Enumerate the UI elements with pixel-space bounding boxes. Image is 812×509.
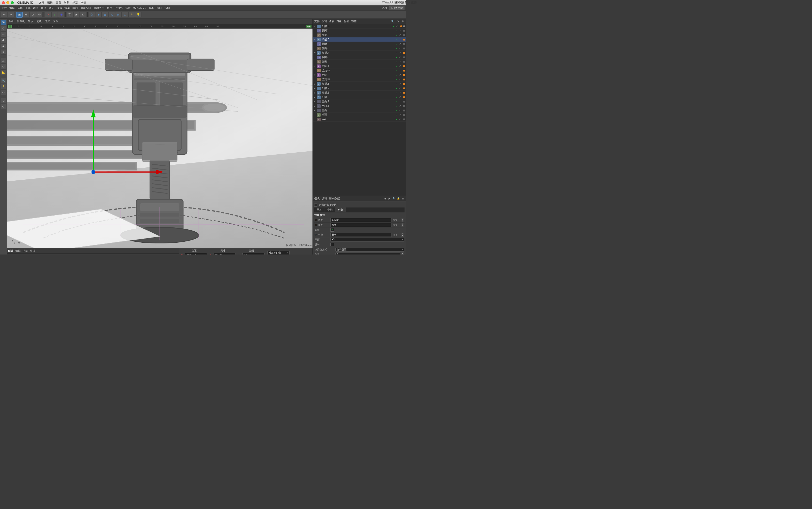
obj-item-sweep4[interactable]: ▼ S 扫描.4 ✓ ✓ (313, 51, 406, 55)
primitive-icon[interactable]: △ (1, 58, 6, 63)
vp-menu-filter[interactable]: 过滤 (44, 20, 50, 23)
obj-render-check[interactable]: ✓ (399, 113, 402, 116)
obj-item-clone1[interactable]: ▼ ✦ 克隆.1 ✓ ✓ (313, 64, 406, 68)
obj-item-sweep1[interactable]: ▶ S 扫描.1 ✓ ✓ (313, 91, 406, 95)
nurbs-icon[interactable]: ◇ (1, 64, 6, 69)
radius-value[interactable]: 380 (330, 233, 392, 237)
coord-system-dropdown[interactable]: 对象 (相对) ▾ (268, 251, 290, 255)
obj-vis-check[interactable]: ✓ (396, 91, 399, 94)
menu-tools[interactable]: 工具 (25, 6, 31, 10)
menu-file[interactable]: 文件 (39, 1, 44, 4)
om-menu-tag[interactable]: 标签 (344, 20, 349, 23)
obj-render-check[interactable]: ✓ (399, 74, 402, 76)
render-settings-icon[interactable]: ⚙ (1, 104, 6, 109)
width-down[interactable]: ▼ (401, 220, 404, 222)
menu-select[interactable]: 选择 (17, 6, 23, 10)
plane-dropdown[interactable]: XY ▾ (330, 238, 404, 242)
om-menu-object[interactable]: 对象 (337, 20, 342, 23)
height-value[interactable]: 760 (330, 223, 392, 227)
obj-vis-check[interactable]: ✓ (396, 69, 399, 72)
viewport-icon[interactable]: 👁 (1, 20, 6, 25)
cylinder-tool[interactable]: ▦ (102, 12, 108, 18)
obj-vis-check[interactable]: ✓ (396, 38, 399, 41)
obj-vis-check[interactable]: ✓ (393, 25, 396, 28)
scene-icon[interactable]: 🔧 (1, 78, 6, 83)
obj-vis-check[interactable]: ✓ (396, 29, 399, 32)
obj-render-check[interactable]: ✓ (399, 47, 402, 50)
menu-render[interactable]: 渲染 (65, 6, 70, 10)
obj-render-check[interactable]: ✓ (399, 87, 402, 90)
vp-menu-camera[interactable]: 摄像机 (17, 20, 25, 23)
props-prev-icon[interactable]: ◀ (383, 197, 387, 200)
obj-vis-check[interactable]: ✓ (396, 96, 399, 98)
obj-item-cube1[interactable]: ⬡ 立方体 ✓ ✓ (313, 68, 406, 73)
cone-tool[interactable]: △ (108, 12, 115, 18)
redo-button[interactable]: ↪ (8, 12, 14, 18)
obj-item-circle3[interactable]: ○ 圆环 ✓ ✓ (313, 55, 406, 60)
height-radio[interactable] (315, 224, 317, 226)
obj-render-check[interactable]: ✓ (399, 29, 402, 32)
vp-menu-view[interactable]: 查看 (8, 20, 14, 23)
menu-window[interactable]: 窗口 (156, 6, 162, 10)
texture-mode-icon[interactable]: ◈ (1, 43, 6, 49)
tab-object[interactable]: 对象 (336, 207, 346, 212)
obj-render-check[interactable]: ✓ (399, 69, 402, 72)
props-menu-edit[interactable]: 编辑 (322, 197, 327, 200)
obj-item-cube2[interactable]: ⬡ 立方体 ✓ ✓ (313, 77, 406, 82)
obj-item-rect3[interactable]: □ 矩形 ✓ ✓ (313, 60, 406, 64)
om-menu-file[interactable]: 文件 (314, 20, 320, 23)
menu-script[interactable]: 脚本 (149, 6, 154, 10)
axis-z-btn[interactable]: ⊕ (58, 12, 65, 18)
height-up[interactable]: ▲ (401, 223, 404, 225)
plane-tool[interactable]: □ (122, 12, 128, 18)
obj-item-rect2[interactable]: □ 矩形 ✓ ✓ (313, 46, 406, 51)
om-search-icon[interactable]: 🔍 (391, 20, 395, 23)
menu-mesh[interactable]: 网格 (33, 6, 38, 10)
polygon-mode-icon[interactable]: ⬟ (1, 37, 6, 43)
size-x-input[interactable]: 11530 mm (214, 253, 236, 255)
minimize-button[interactable] (6, 1, 9, 4)
menu-help[interactable]: 帮助 (164, 6, 170, 10)
obj-item-sweep5[interactable]: ▼ S 扫描.5 ✓ ✓ (313, 37, 406, 42)
obj-item-floor[interactable]: ⊟ 地面 ✓ ✓ (313, 113, 406, 117)
tag-icon[interactable]: 🏷 (1, 90, 6, 95)
obj-render-check[interactable]: ✓ (399, 100, 402, 103)
menu-character[interactable]: 角色 (107, 6, 112, 10)
obj-render-check[interactable]: ✓ (399, 52, 402, 54)
menu-plugins[interactable]: 插件 (125, 6, 131, 10)
width-radio[interactable] (315, 219, 317, 221)
render-settings[interactable]: ⚙ (80, 12, 86, 18)
rot-h-input[interactable]: 0 ° (242, 253, 264, 255)
obj-item-sweep2[interactable]: ▶ S 扫描.2 ✓ ✓ (313, 86, 406, 91)
props-lock-icon[interactable]: 🔒 (397, 197, 400, 200)
interp-dropdown[interactable]: 自动适应 ▾ (336, 248, 404, 251)
tab-create[interactable]: 创建 (8, 249, 13, 253)
obj-render-check[interactable]: ✓ (399, 105, 402, 107)
props-menu-userdata[interactable]: 用户数据 (329, 197, 340, 200)
menu-edit[interactable]: 编辑 (47, 1, 52, 4)
interface-dropdown[interactable]: 界面: 启动 (389, 6, 404, 10)
menu-edit2[interactable]: 编辑 (9, 6, 15, 10)
obj-render-check[interactable]: ✓ (399, 65, 402, 67)
tab-function[interactable]: 功能 (23, 249, 28, 253)
xref-icon[interactable]: ⊟ (1, 98, 6, 103)
obj-render-check[interactable]: ✓ (399, 42, 402, 45)
width-value[interactable]: 11530 (330, 218, 392, 222)
reverse-checkbox[interactable] (330, 243, 334, 246)
obj-vis-check[interactable]: ✓ (396, 109, 399, 112)
radius-radio[interactable] (315, 234, 317, 236)
obj-render-check[interactable]: ✓ (399, 56, 402, 59)
vp-menu-display[interactable]: 显示 (28, 20, 33, 23)
obj-vis-check[interactable]: ✓ (396, 60, 399, 63)
obj-vis-check[interactable]: ✓ (396, 82, 399, 85)
width-up[interactable]: ▲ (401, 218, 404, 220)
vp-menu-options[interactable]: 选项 (36, 20, 42, 23)
deformer-icon[interactable]: 📐 (1, 69, 6, 75)
pos-x-input[interactable]: -1999.273 mm (185, 253, 207, 255)
menu-animate[interactable]: 动画 (49, 6, 54, 10)
props-expand-icon[interactable]: ⊞ (401, 197, 404, 200)
menu-tag[interactable]: 标签 (72, 1, 78, 4)
obj-item-rect1[interactable]: □ 矩形 ✓ ✓ (313, 33, 406, 37)
tab-texture[interactable]: 纹理 (30, 249, 35, 253)
menu-pipeline[interactable]: 流水线 (115, 6, 123, 10)
